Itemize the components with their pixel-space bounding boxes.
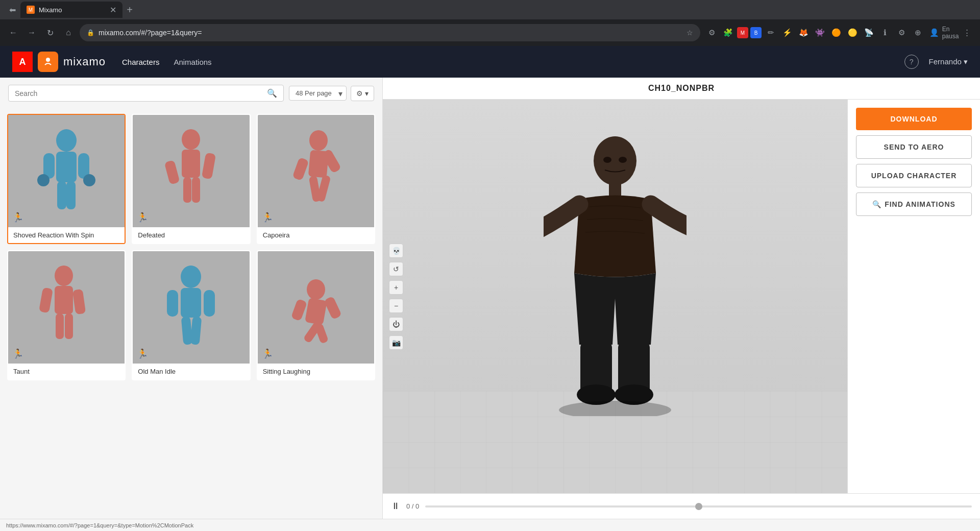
- right-panel: CH10_NONPBR: [383, 78, 980, 519]
- search-input[interactable]: [15, 89, 263, 98]
- extensions-icon[interactable]: ⚙: [704, 26, 719, 40]
- user-menu-button[interactable]: Fernando ▾: [929, 57, 968, 66]
- card-footer-0: Shoved Reaction With Spin: [8, 227, 125, 243]
- forward-button[interactable]: →: [24, 26, 39, 40]
- nav-animations[interactable]: Animations: [174, 58, 211, 66]
- svg-point-9: [182, 129, 200, 150]
- pause-button[interactable]: ⏸: [391, 501, 400, 512]
- ext-bookmark-icon[interactable]: B: [750, 27, 762, 38]
- char-card-4[interactable]: 🏃 Old Man Idle: [132, 250, 250, 380]
- char-card-3[interactable]: 🏃 Taunt: [7, 250, 126, 380]
- ext-yellow-icon[interactable]: 🟡: [845, 26, 860, 40]
- card-preview-5: 🏃: [258, 251, 374, 364]
- ext-mail-icon[interactable]: M: [737, 27, 748, 38]
- character-3d: [538, 125, 692, 421]
- svg-rect-28: [181, 288, 201, 318]
- ext-orange-icon[interactable]: 🟠: [829, 26, 843, 40]
- ext-misc-icon[interactable]: ⊕: [911, 26, 925, 40]
- browser-chrome: ⬅ M Mixamo ✕ + ← → ↻ ⌂ 🔒 mixamo.com/#/?p…: [0, 0, 980, 46]
- adobe-logo: A: [12, 52, 33, 72]
- svg-point-43: [619, 157, 627, 163]
- svg-rect-36: [291, 299, 307, 321]
- new-tab-button[interactable]: +: [122, 3, 137, 17]
- card-anim-icon-1: 🏃: [137, 212, 148, 223]
- camera-button[interactable]: 📷: [389, 335, 403, 350]
- status-url: https://www.mixamo.com/#/?page=1&query=&…: [6, 522, 193, 528]
- per-page-select[interactable]: 12 Per page 24 Per page 48 Per page 96 P…: [289, 86, 347, 101]
- puzzle-icon[interactable]: 🧩: [721, 26, 735, 40]
- timeline-knob[interactable]: [695, 503, 702, 510]
- svg-rect-29: [167, 290, 178, 317]
- timeline-track[interactable]: [425, 505, 972, 508]
- per-page-wrapper: 12 Per page 24 Per page 48 Per page 96 P…: [289, 86, 347, 101]
- download-button[interactable]: DOWNLOAD: [856, 108, 972, 130]
- address-bar[interactable]: 🔒 mixamo.com/#/?page=1&query= ☆: [80, 24, 700, 41]
- svg-point-1: [56, 129, 77, 152]
- char-card-2[interactable]: 🏃 Capoeira: [257, 114, 375, 244]
- pencil-icon[interactable]: ✏: [764, 26, 778, 40]
- profile-icon[interactable]: 👤: [927, 26, 941, 40]
- char-figure-blue-0: [33, 125, 100, 217]
- char-card-0[interactable]: 🏃 Shoved Reaction With Spin: [7, 114, 126, 244]
- svg-rect-25: [56, 313, 64, 339]
- svg-rect-26: [65, 313, 73, 339]
- ext-gear-icon[interactable]: ⚙: [894, 26, 909, 40]
- svg-point-21: [55, 266, 73, 286]
- app-header: A mixamo Characters Animations ? Fernand…: [0, 46, 980, 78]
- back-button[interactable]: ←: [6, 26, 20, 40]
- tab-favicon: M: [27, 6, 35, 14]
- more-icon[interactable]: ⋮: [960, 26, 974, 40]
- header-right: ? Fernando ▾: [904, 55, 968, 69]
- svg-point-15: [309, 130, 328, 151]
- address-icons: ☆: [687, 29, 693, 37]
- reload-button[interactable]: ↻: [43, 26, 57, 40]
- svg-point-33: [307, 279, 325, 300]
- ext-fox-icon[interactable]: 🦊: [796, 26, 811, 40]
- gear-button[interactable]: ⚙ ▾: [351, 86, 374, 101]
- logo-area: A mixamo: [12, 52, 106, 72]
- search-small-icon: 🔍: [872, 200, 881, 208]
- browser-toolbar-icons: ⚙ 🧩 M B ✏ ⚡ 🦊 👾 🟠 🟡 📡 ℹ ⚙ ⊕ 👤 En pausa ⋮: [704, 26, 974, 40]
- svg-rect-18: [292, 157, 309, 181]
- viewer-controls: 💀 ↺ + − ⏻ 📷: [389, 244, 403, 350]
- nav-links: Characters Animations: [122, 58, 888, 66]
- ext-info-icon[interactable]: ℹ: [878, 26, 892, 40]
- power-button[interactable]: ⏻: [389, 317, 403, 331]
- card-anim-icon-2: 🏃: [262, 212, 273, 223]
- char-card-1[interactable]: 🏃 Defeated: [132, 114, 250, 244]
- search-input-wrapper[interactable]: 🔍: [8, 85, 284, 102]
- skull-icon[interactable]: 💀: [389, 244, 403, 258]
- star-icon[interactable]: ☆: [687, 29, 693, 37]
- card-preview-3: 🏃: [8, 251, 125, 364]
- svg-rect-12: [202, 153, 216, 180]
- card-name-1: Defeated: [138, 231, 165, 239]
- card-footer-5: Sitting Laughing: [258, 364, 374, 379]
- svg-rect-11: [164, 160, 180, 185]
- find-animations-button[interactable]: 🔍 FIND ANIMATIONS: [856, 192, 972, 216]
- svg-point-0: [46, 58, 50, 62]
- search-icon[interactable]: 🔍: [267, 88, 277, 98]
- reset-view-button[interactable]: ↺: [389, 262, 403, 276]
- card-anim-icon-0: 🏃: [12, 212, 23, 223]
- svg-point-51: [559, 401, 671, 416]
- zoom-out-button[interactable]: −: [389, 299, 403, 313]
- zombie-character: [544, 130, 687, 416]
- nav-characters[interactable]: Characters: [122, 58, 159, 66]
- ext-alien-icon[interactable]: 👾: [813, 26, 827, 40]
- ext-rss-icon[interactable]: 📡: [862, 26, 876, 40]
- active-tab[interactable]: M Mixamo ✕: [20, 2, 122, 18]
- zoom-in-button[interactable]: +: [389, 280, 403, 295]
- svg-rect-2: [56, 152, 77, 182]
- tab-back-icon: ⬅: [4, 3, 20, 17]
- svg-rect-24: [72, 289, 86, 315]
- tab-close-icon[interactable]: ✕: [110, 5, 116, 15]
- upload-character-button[interactable]: UPLOAD CHARACTER: [856, 164, 972, 187]
- char-card-5[interactable]: 🏃 Sitting Laughing: [257, 250, 375, 380]
- card-name-3: Taunt: [13, 368, 30, 375]
- help-button[interactable]: ?: [904, 55, 919, 69]
- card-preview-2: 🏃: [258, 115, 374, 227]
- svg-rect-6: [66, 181, 76, 209]
- home-button[interactable]: ⌂: [61, 26, 76, 40]
- send-to-aero-button[interactable]: SEND TO AERO: [856, 135, 972, 159]
- lightning-icon[interactable]: ⚡: [780, 26, 794, 40]
